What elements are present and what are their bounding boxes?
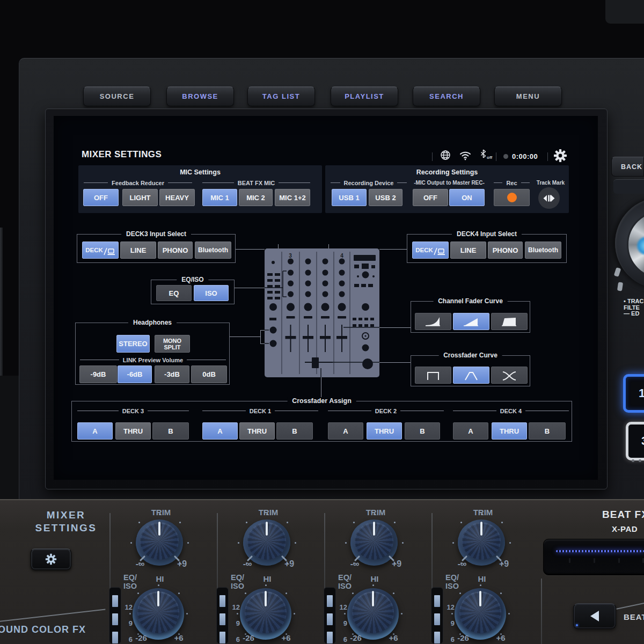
linear-curve-button[interactable]: [453, 313, 489, 330]
vu-scale-12: 12: [338, 603, 347, 611]
beat-label: BEAT: [624, 612, 644, 621]
trim-min-label: -∞: [236, 559, 259, 569]
eq-hi-knob[interactable]: [133, 588, 184, 640]
deck4-input-select-box: DECK4 Input Select DECK LINE PHONO Bluet…: [407, 234, 567, 263]
beat-fx-mic2-button[interactable]: MIC 2: [239, 189, 273, 206]
deck4-phono-button[interactable]: PHONO: [488, 241, 523, 259]
deck3-a-button[interactable]: A: [77, 422, 113, 440]
deck3-thru-button[interactable]: THRU: [115, 422, 151, 440]
deck4-b-button[interactable]: B: [529, 422, 566, 440]
gentle-curve-button[interactable]: [415, 313, 451, 330]
deck3-b-button[interactable]: B: [152, 422, 189, 440]
feedback-heavy-button[interactable]: HEAVY: [159, 189, 195, 206]
crossfader-curve-connector: [379, 362, 411, 363]
bluetooth-icon: [480, 149, 486, 158]
beat-fx-mic1-button[interactable]: MIC 1: [202, 189, 237, 206]
deck1-thru-button[interactable]: THRU: [239, 422, 275, 440]
rec-dot-icon: [507, 193, 517, 202]
eq-button[interactable]: EQ: [156, 285, 192, 301]
mic-settings-title: MIC Settings: [78, 169, 322, 176]
tag-list-button[interactable]: TAG LIST: [247, 86, 315, 106]
mixer-settings-section-label: MIXER SETTINGS: [15, 509, 117, 535]
mixer-settings-hardware-button[interactable]: [31, 548, 71, 570]
feedback-off-button[interactable]: OFF: [83, 189, 119, 206]
minus3db-button[interactable]: -3dB: [155, 365, 189, 383]
menu-button[interactable]: MENU: [494, 86, 562, 106]
status-separator: [496, 152, 496, 161]
eq-hi-knob[interactable]: [455, 588, 506, 640]
cross-curve-icon: [501, 370, 517, 380]
beat-fx-mic1-2-button[interactable]: MIC 1+2: [275, 189, 310, 206]
mono-split-button[interactable]: MONO SPLIT: [155, 335, 190, 353]
minus6db-button[interactable]: -6dB: [118, 365, 152, 383]
mic-output-on-button[interactable]: ON: [449, 189, 485, 206]
deck2-b-button[interactable]: B: [405, 422, 440, 440]
deck4-deck-button[interactable]: DECK: [412, 241, 449, 259]
deck4-a-button[interactable]: A: [453, 422, 488, 440]
gear-icon[interactable]: [553, 149, 567, 163]
deck3-bluetooth-button[interactable]: Bluetooth: [195, 241, 231, 259]
touchscreen[interactable]: MIXER SETTINGS off 0:00:00 MIC Settings …: [54, 116, 598, 480]
xdj-console: SOURCE BROWSE TAG LIST PLAYLIST SEARCH M…: [0, 0, 644, 644]
cross-curve-button[interactable]: [491, 367, 528, 384]
deck1-a-button[interactable]: A: [202, 422, 238, 440]
link-preview-volume-label: LINK Preview Volume: [80, 356, 226, 363]
track-mark-button[interactable]: [538, 187, 560, 209]
usb1-button[interactable]: USB 1: [332, 189, 367, 206]
assign-deck2-label: DECK 2: [328, 407, 444, 414]
deck2-a-button[interactable]: A: [328, 422, 363, 440]
steep-curve-button[interactable]: [491, 313, 528, 330]
deck4-line-button[interactable]: LINE: [450, 241, 486, 259]
iso-button[interactable]: ISO: [194, 285, 229, 301]
rec-button[interactable]: [494, 189, 530, 206]
eq-hi-knob[interactable]: [347, 588, 399, 640]
device-left-panel: [0, 376, 19, 499]
deck-select-button-white[interactable]: 3: [626, 422, 644, 460]
globe-icon: [440, 150, 451, 160]
eq-max-label: +6: [491, 633, 510, 642]
linear-curve-icon: [463, 316, 479, 327]
beat-fx-label: BEAT FX: [602, 509, 644, 521]
usb2-button[interactable]: USB 2: [369, 189, 402, 206]
deck1-b-button[interactable]: B: [276, 422, 313, 440]
deck3-line-button[interactable]: LINE: [120, 241, 156, 259]
side-button[interactable]: [613, 179, 644, 194]
track-mark-icon: [543, 194, 555, 202]
deck3-deck-label: DECK: [85, 247, 103, 253]
x-pad-strip[interactable]: [543, 539, 644, 575]
back-button[interactable]: BACK: [611, 157, 644, 177]
playlist-button[interactable]: PLAYLIST: [331, 86, 398, 106]
eq-hi-knob[interactable]: [240, 588, 291, 640]
vu-scale-12: 12: [123, 603, 133, 611]
assign-deck3-label: DECK 3: [77, 407, 189, 414]
channel-strip-3: TRIM -∞ +9 EQ/ISO HI 12 9 6 -26 +6: [324, 499, 431, 644]
search-button[interactable]: SEARCH: [413, 86, 480, 106]
eq-iso-label: EQ/ISO: [445, 573, 459, 590]
deck2-thru-button[interactable]: THRU: [367, 422, 402, 440]
deck4-bluetooth-button[interactable]: Bluetooth: [525, 241, 561, 259]
deck4-thru-button[interactable]: THRU: [492, 422, 527, 440]
mic-output-off-button[interactable]: OFF: [413, 189, 448, 206]
minus9db-button[interactable]: -9dB: [79, 365, 117, 383]
trapezoid-curve-button[interactable]: [453, 367, 489, 384]
x-pad-led-row: [556, 550, 644, 552]
trim-label: TRIM: [468, 508, 498, 517]
gear-icon: [45, 553, 57, 565]
deck-select-button-blue[interactable]: 1: [623, 374, 644, 413]
eq-iso-label: EQ/ISO: [231, 573, 244, 590]
eq-max-label: +6: [276, 633, 296, 642]
deck3-phono-button[interactable]: PHONO: [158, 241, 193, 259]
recording-settings-panel: Recording Settings Recording Device -MIC…: [325, 165, 569, 213]
beat-left-button[interactable]: [573, 603, 616, 629]
page-title: MIXER SETTINGS: [82, 149, 162, 160]
stereo-button[interactable]: STEREO: [116, 335, 150, 353]
deck3-deck-button[interactable]: DECK: [82, 241, 119, 259]
square-curve-button[interactable]: [415, 367, 451, 384]
vu-meter: [216, 587, 229, 644]
status-separator: [432, 152, 433, 161]
zero-db-button[interactable]: 0dB: [191, 365, 227, 383]
source-button[interactable]: SOURCE: [83, 86, 151, 106]
crossfader-assign-box: Crossfader Assign DECK 3 A THRU B DECK 1…: [71, 401, 572, 442]
feedback-light-button[interactable]: LIGHT: [122, 189, 158, 206]
browse-button[interactable]: BROWSE: [166, 86, 234, 106]
